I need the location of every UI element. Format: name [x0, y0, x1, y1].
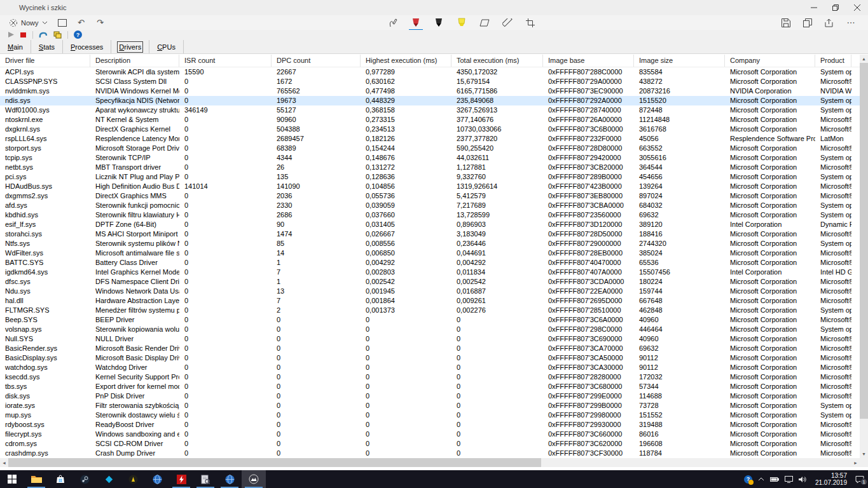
save-button[interactable] [778, 16, 794, 29]
horizontal-scrollbar[interactable]: ◄ ► [0, 458, 860, 467]
scroll-left-icon[interactable]: ◄ [0, 458, 8, 467]
stop-icon[interactable] [20, 32, 27, 38]
table-row[interactable]: Ntfs.sys Sterownik systemu plików NT 0 8… [0, 239, 860, 248]
table-row[interactable]: disk.sys PnP Disk Driver 0 0 0 0 0xFFFFF… [0, 391, 860, 401]
table-row[interactable]: hal.dll Hardware Abstraction Layer ... 0… [0, 296, 860, 306]
scroll-right-icon[interactable]: ► [851, 458, 860, 467]
action-center-icon[interactable]: 1 [855, 475, 864, 484]
snip-sketch-icon[interactable] [242, 470, 266, 488]
column-header[interactable]: Description [90, 55, 179, 67]
eraser-button[interactable] [476, 16, 493, 29]
table-row[interactable]: netbt.sys MBT Transport driver 0 26 0,13… [0, 163, 860, 172]
table-row[interactable]: filecrypt.sys Windows sandboxing and e..… [0, 430, 860, 439]
close-button[interactable] [846, 0, 868, 15]
column-header[interactable]: Image base [543, 55, 634, 67]
tab-main[interactable]: Main [0, 40, 31, 53]
report-icon[interactable] [53, 31, 62, 39]
table-row[interactable]: watchdog.sys Watchdog Driver 0 0 0 0 0xF… [0, 363, 860, 372]
help-icon[interactable]: ? [74, 30, 82, 39]
table-row[interactable]: storport.sys Microsoft Storage Port Driv… [0, 144, 860, 153]
taskbar-clock[interactable]: 13:57 21.07.2019 [813, 472, 850, 486]
store-icon[interactable] [48, 470, 72, 488]
copy-button[interactable] [799, 16, 816, 29]
scroll-down-icon[interactable]: ▼ [860, 450, 868, 458]
steam-icon[interactable] [72, 470, 97, 488]
table-row[interactable]: Null.SYS NULL Driver 0 0 0 0 0xFFFFF807'… [0, 334, 860, 344]
table-row[interactable]: tbs.sys Export driver for kernel mod... … [0, 382, 860, 391]
browser-globe-icon[interactable] [145, 470, 169, 488]
share-button[interactable] [821, 16, 837, 29]
redo-button[interactable]: ↷ [92, 16, 109, 29]
column-header[interactable]: Highest execution (ms) [361, 55, 451, 67]
new-snip-button[interactable]: Nowy [5, 17, 52, 29]
table-row[interactable]: WdFilter.sys Microsoft antimalware file … [0, 248, 860, 258]
document-tool-icon[interactable] [193, 470, 217, 488]
table-row[interactable]: storahci.sys MS AHCI Storport Miniport D… [0, 229, 860, 239]
file-explorer-icon[interactable] [24, 470, 48, 488]
scroll-up-icon[interactable]: ▲ [860, 55, 868, 63]
play-icon[interactable] [8, 31, 15, 38]
table-row[interactable]: cdrom.sys SCSI CD-ROM Driver 0 0 0 0 0xF… [0, 439, 860, 449]
table-row[interactable]: iorate.sys Filtr sterowania szybkością o… [0, 401, 860, 410]
highlighter-button[interactable] [453, 16, 470, 29]
minimize-button[interactable] [803, 0, 825, 15]
table-row[interactable]: FLTMGR.SYS Menedżer filtrów systemu pli.… [0, 306, 860, 315]
table-row[interactable]: dxgkrnl.sys DirectX Graphics Kernel 0 50… [0, 125, 860, 134]
help-alert-icon[interactable]: ? [744, 475, 752, 484]
vertical-scrollbar[interactable]: ▲ ▼ [860, 55, 868, 458]
table-row[interactable]: HDAudBus.sys High Definition Audio Bus D… [0, 182, 860, 191]
table-row[interactable]: CLASSPNP.SYS SCSI Class System Dll 0 167… [0, 77, 860, 86]
table-row[interactable]: rspLLL64.sys Resplendence Latency Monit.… [0, 134, 860, 144]
touch-writing-button[interactable] [385, 16, 401, 29]
table-row[interactable]: dxgmms2.sys DirectX Graphics MMS 0 2036 … [0, 191, 860, 201]
tool-icon[interactable] [39, 31, 48, 39]
column-header[interactable]: ISR count [179, 55, 272, 67]
table-row[interactable]: esif_lf.sys DPTF Zone (64-Bit) 0 90 0,03… [0, 220, 860, 229]
tab-processes[interactable]: Processes [63, 40, 111, 53]
speaker-icon[interactable] [799, 476, 807, 483]
column-header[interactable]: Total execution (ms) [451, 55, 543, 67]
table-row[interactable]: BasicDisplay.sys Microsoft Basic Display… [0, 353, 860, 363]
battery-icon[interactable] [770, 477, 779, 482]
vertical-scroll-thumb[interactable] [860, 63, 868, 419]
table-row[interactable]: volsnap.sys Sterownik kopiowania wolu...… [0, 325, 860, 334]
table-row[interactable]: tcpip.sys Sterownik TCP/IP 0 4344 0,1486… [0, 153, 860, 163]
restore-button[interactable] [825, 0, 846, 15]
tab-stats[interactable]: Stats [31, 40, 63, 53]
latencymon-icon[interactable] [169, 470, 193, 488]
table-row[interactable]: Beep.SYS BEEP Driver 0 0 0 0 0xFFFFF807'… [0, 315, 860, 325]
more-button[interactable]: ⋯ [843, 16, 859, 29]
table-row[interactable]: ACPI.sys Sterownik ACPI dla systemu ... … [0, 67, 860, 77]
table-row[interactable]: dfsc.sys DFS Namespace Client Driver 0 1… [0, 277, 860, 287]
table-row[interactable]: ndis.sys Specyfikacja NDIS (Network... 0… [0, 96, 860, 105]
table-row[interactable]: Ndu.sys Windows Network Data Usa... 0 13… [0, 287, 860, 296]
table-row[interactable]: rdyboost.sys ReadyBoost Driver 0 0 0 0 0… [0, 420, 860, 430]
table-row[interactable]: nvlddmkm.sys NVIDIA Windows Kernel Mod..… [0, 86, 860, 96]
table-row[interactable]: afd.sys Sterownik funkcji pomocnicz... 0… [0, 201, 860, 210]
column-header[interactable]: Company [725, 55, 815, 67]
table-row[interactable]: BasicRender.sys Microsoft Basic Render D… [0, 344, 860, 353]
table-row[interactable]: crashdmp.sys Crash Dump Driver 0 0 0 0 0… [0, 449, 860, 458]
table-row[interactable]: igdkmd64.sys Intel Graphics Kernel Mode … [0, 268, 860, 277]
start-button[interactable] [0, 470, 24, 488]
column-header[interactable]: Driver file [0, 55, 90, 67]
table-row[interactable]: BATTC.SYS Battery Class Driver 0 1 0,004… [0, 258, 860, 268]
kodi-icon[interactable] [97, 470, 121, 488]
table-row[interactable]: ntoskrnl.exe NT Kernel & System 0 90960 … [0, 115, 860, 125]
table-row[interactable]: Wdf01000.sys Aparat wykonawczy struktu..… [0, 105, 860, 115]
network-icon[interactable] [785, 476, 793, 483]
table-row[interactable]: kbdhid.sys Sterownik filtru klawiatury H… [0, 210, 860, 220]
aimp-icon[interactable] [121, 470, 145, 488]
table-row[interactable]: mup.sys Sterownik dostawcy wielu śc... 0… [0, 410, 860, 420]
tab-drivers[interactable]: Drivers [111, 40, 149, 53]
crop-button[interactable] [522, 16, 539, 29]
undo-button[interactable]: ↶ [73, 16, 90, 29]
window-mode-button[interactable] [54, 16, 71, 29]
table-row[interactable]: ksecdd.sys Kernel Security Support Pro..… [0, 372, 860, 382]
table-row[interactable]: pci.sys Licznik NT Plug and Play PCI 0 1… [0, 172, 860, 182]
tab-cpus[interactable]: CPUs [149, 40, 184, 53]
pencil-button[interactable] [431, 16, 447, 29]
column-header[interactable]: Product [815, 55, 851, 67]
column-header[interactable]: Image size [634, 55, 725, 67]
browser-globe-2-icon[interactable] [217, 470, 242, 488]
